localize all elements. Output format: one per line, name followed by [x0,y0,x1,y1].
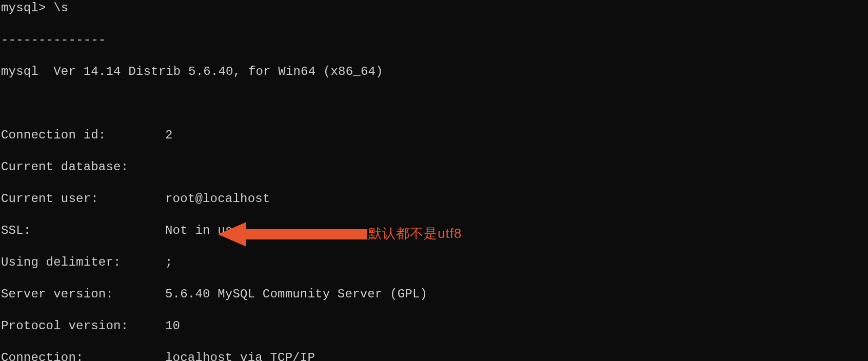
protocol-version-label: Protocol version: [1,318,165,334]
server-version-label: Server version: [1,286,165,302]
connection-id-label: Connection id: [1,127,165,143]
command: \s [53,1,68,15]
using-delimiter-value: ; [165,255,173,269]
ssl-value: Not in use [165,224,240,237]
protocol-version-value: 10 [165,319,180,333]
connection-id-value: 2 [165,128,173,142]
connection-label: Connection: [1,350,165,361]
divider-top: -------------- [1,32,868,48]
using-delimiter-label: Using delimiter: [1,254,165,270]
prompt: mysql> [1,1,53,15]
server-version-value: 5.6.40 MySQL Community Server (GPL) [165,287,427,301]
connection-value: localhost via TCP/IP [165,351,315,361]
current-database-label: Current database: [1,159,165,175]
version-line: mysql Ver 14.14 Distrib 5.6.40, for Win6… [1,64,868,79]
current-user-label: Current user: [1,191,165,207]
ssl-label: SSL: [1,223,165,238]
current-user-value: root@localhost [165,192,270,206]
terminal-output[interactable]: mysql> \s -------------- mysql Ver 14.14… [0,0,868,361]
